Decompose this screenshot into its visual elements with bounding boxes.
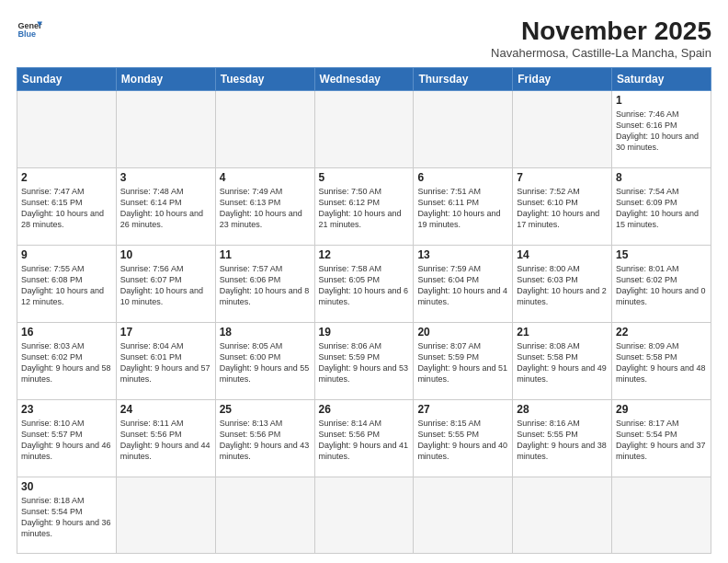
- day-info: Sunrise: 8:10 AM Sunset: 5:57 PM Dayligh…: [21, 418, 112, 463]
- day-info: Sunrise: 7:58 AM Sunset: 6:05 PM Dayligh…: [319, 263, 410, 308]
- header-monday: Monday: [116, 68, 215, 91]
- day-number: 20: [417, 326, 508, 339]
- day-number: 30: [21, 480, 112, 493]
- calendar-cell: 27Sunrise: 8:15 AM Sunset: 5:55 PM Dayli…: [414, 399, 513, 477]
- calendar-cell: [314, 91, 414, 168]
- day-number: 3: [120, 171, 211, 184]
- calendar-cell: 24Sunrise: 8:11 AM Sunset: 5:56 PM Dayli…: [116, 399, 215, 477]
- day-number: 26: [319, 403, 410, 416]
- day-info: Sunrise: 8:07 AM Sunset: 5:59 PM Dayligh…: [417, 340, 508, 385]
- day-info: Sunrise: 8:01 AM Sunset: 6:02 PM Dayligh…: [616, 263, 707, 308]
- day-info: Sunrise: 8:09 AM Sunset: 5:58 PM Dayligh…: [616, 340, 707, 385]
- calendar-cell: 22Sunrise: 8:09 AM Sunset: 5:58 PM Dayli…: [612, 322, 711, 399]
- day-info: Sunrise: 8:15 AM Sunset: 5:55 PM Dayligh…: [417, 418, 508, 463]
- page: General Blue November 2025 Navahermosa, …: [0, 0, 728, 563]
- calendar-cell: 26Sunrise: 8:14 AM Sunset: 5:56 PM Dayli…: [314, 399, 414, 477]
- day-info: Sunrise: 7:54 AM Sunset: 6:09 PM Dayligh…: [616, 186, 707, 231]
- calendar-cell: 21Sunrise: 8:08 AM Sunset: 5:58 PM Dayli…: [513, 322, 612, 399]
- calendar-cell: [116, 91, 215, 168]
- day-number: 9: [21, 248, 112, 261]
- day-info: Sunrise: 7:50 AM Sunset: 6:12 PM Dayligh…: [319, 186, 410, 231]
- day-number: 15: [616, 248, 707, 261]
- day-number: 14: [517, 248, 608, 261]
- calendar-cell: 12Sunrise: 7:58 AM Sunset: 6:05 PM Dayli…: [314, 245, 414, 322]
- calendar-cell: 30Sunrise: 8:18 AM Sunset: 5:54 PM Dayli…: [17, 477, 117, 553]
- header-tuesday: Tuesday: [215, 68, 314, 91]
- day-info: Sunrise: 8:14 AM Sunset: 5:56 PM Dayligh…: [319, 418, 410, 463]
- header-friday: Friday: [513, 68, 612, 91]
- day-number: 4: [220, 171, 311, 184]
- calendar-cell: 19Sunrise: 8:06 AM Sunset: 5:59 PM Dayli…: [314, 322, 414, 399]
- day-number: 1: [616, 94, 707, 107]
- calendar-cell: 25Sunrise: 8:13 AM Sunset: 5:56 PM Dayli…: [215, 399, 314, 477]
- header-wednesday: Wednesday: [314, 68, 414, 91]
- header-sunday: Sunday: [17, 68, 117, 91]
- day-number: 18: [220, 326, 311, 339]
- day-info: Sunrise: 7:46 AM Sunset: 6:16 PM Dayligh…: [616, 109, 707, 154]
- svg-text:Blue: Blue: [17, 29, 36, 39]
- calendar-cell: 4Sunrise: 7:49 AM Sunset: 6:13 PM Daylig…: [215, 167, 314, 245]
- day-info: Sunrise: 7:57 AM Sunset: 6:06 PM Dayligh…: [220, 263, 311, 308]
- calendar-cell: 5Sunrise: 7:50 AM Sunset: 6:12 PM Daylig…: [314, 167, 414, 245]
- day-number: 17: [120, 326, 211, 339]
- header: General Blue November 2025 Navahermosa, …: [17, 17, 711, 60]
- day-info: Sunrise: 8:03 AM Sunset: 6:02 PM Dayligh…: [21, 340, 112, 385]
- calendar-cell: 1Sunrise: 7:46 AM Sunset: 6:16 PM Daylig…: [612, 91, 711, 168]
- day-number: 6: [417, 171, 508, 184]
- day-number: 21: [517, 326, 608, 339]
- day-info: Sunrise: 7:52 AM Sunset: 6:10 PM Dayligh…: [517, 186, 608, 231]
- generalblue-logo-icon: General Blue: [17, 17, 42, 42]
- calendar-cell: 3Sunrise: 7:48 AM Sunset: 6:14 PM Daylig…: [116, 167, 215, 245]
- day-number: 22: [616, 326, 707, 339]
- calendar-cell: [314, 477, 414, 553]
- day-number: 27: [417, 403, 508, 416]
- calendar-cell: 15Sunrise: 8:01 AM Sunset: 6:02 PM Dayli…: [612, 245, 711, 322]
- day-info: Sunrise: 7:48 AM Sunset: 6:14 PM Dayligh…: [120, 186, 211, 231]
- subtitle: Navahermosa, Castille-La Mancha, Spain: [491, 46, 711, 60]
- calendar-cell: 10Sunrise: 7:56 AM Sunset: 6:07 PM Dayli…: [116, 245, 215, 322]
- day-info: Sunrise: 8:06 AM Sunset: 5:59 PM Dayligh…: [319, 340, 410, 385]
- day-number: 29: [616, 403, 707, 416]
- calendar-cell: [215, 91, 314, 168]
- calendar-cell: 16Sunrise: 8:03 AM Sunset: 6:02 PM Dayli…: [17, 322, 117, 399]
- day-number: 16: [21, 326, 112, 339]
- calendar-cell: 18Sunrise: 8:05 AM Sunset: 6:00 PM Dayli…: [215, 322, 314, 399]
- day-info: Sunrise: 8:05 AM Sunset: 6:00 PM Dayligh…: [220, 340, 311, 385]
- title-block: November 2025 Navahermosa, Castille-La M…: [491, 17, 711, 60]
- calendar-cell: 29Sunrise: 8:17 AM Sunset: 5:54 PM Dayli…: [612, 399, 711, 477]
- calendar-cell: 13Sunrise: 7:59 AM Sunset: 6:04 PM Dayli…: [414, 245, 513, 322]
- day-number: 28: [517, 403, 608, 416]
- day-info: Sunrise: 8:16 AM Sunset: 5:55 PM Dayligh…: [517, 418, 608, 463]
- day-info: Sunrise: 8:13 AM Sunset: 5:56 PM Dayligh…: [220, 418, 311, 463]
- calendar-cell: [513, 477, 612, 553]
- day-info: Sunrise: 8:04 AM Sunset: 6:01 PM Dayligh…: [120, 340, 211, 385]
- day-number: 13: [417, 248, 508, 261]
- month-title: November 2025: [491, 17, 711, 46]
- calendar-cell: 6Sunrise: 7:51 AM Sunset: 6:11 PM Daylig…: [414, 167, 513, 245]
- day-info: Sunrise: 8:00 AM Sunset: 6:03 PM Dayligh…: [517, 263, 608, 308]
- day-number: 12: [319, 248, 410, 261]
- calendar-cell: [414, 91, 513, 168]
- day-info: Sunrise: 8:18 AM Sunset: 5:54 PM Dayligh…: [21, 495, 112, 540]
- calendar-cell: [414, 477, 513, 553]
- calendar-cell: [17, 91, 117, 168]
- calendar-cell: [215, 477, 314, 553]
- day-info: Sunrise: 7:49 AM Sunset: 6:13 PM Dayligh…: [220, 186, 311, 231]
- day-info: Sunrise: 7:47 AM Sunset: 6:15 PM Dayligh…: [21, 186, 112, 231]
- header-thursday: Thursday: [414, 68, 513, 91]
- calendar-table: Sunday Monday Tuesday Wednesday Thursday…: [17, 67, 711, 554]
- calendar-cell: 20Sunrise: 8:07 AM Sunset: 5:59 PM Dayli…: [414, 322, 513, 399]
- logo: General Blue: [17, 17, 42, 42]
- calendar-cell: 28Sunrise: 8:16 AM Sunset: 5:55 PM Dayli…: [513, 399, 612, 477]
- day-number: 8: [616, 171, 707, 184]
- calendar-cell: [612, 477, 711, 553]
- day-number: 24: [120, 403, 211, 416]
- day-number: 5: [319, 171, 410, 184]
- day-number: 7: [517, 171, 608, 184]
- day-info: Sunrise: 8:08 AM Sunset: 5:58 PM Dayligh…: [517, 340, 608, 385]
- day-info: Sunrise: 7:59 AM Sunset: 6:04 PM Dayligh…: [417, 263, 508, 308]
- calendar-cell: 23Sunrise: 8:10 AM Sunset: 5:57 PM Dayli…: [17, 399, 117, 477]
- calendar-cell: 8Sunrise: 7:54 AM Sunset: 6:09 PM Daylig…: [612, 167, 711, 245]
- calendar-cell: 14Sunrise: 8:00 AM Sunset: 6:03 PM Dayli…: [513, 245, 612, 322]
- calendar-cell: 7Sunrise: 7:52 AM Sunset: 6:10 PM Daylig…: [513, 167, 612, 245]
